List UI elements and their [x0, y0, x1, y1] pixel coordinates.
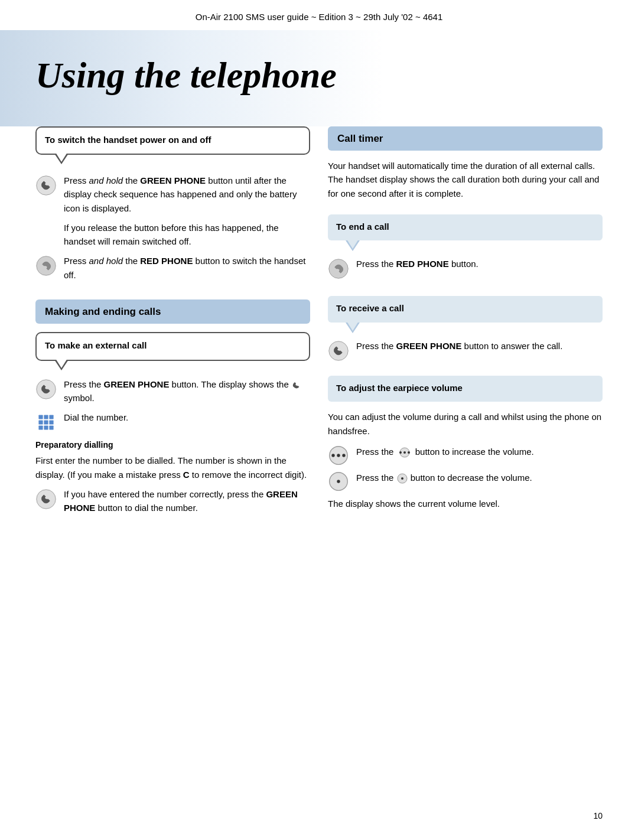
decrease-volume-row: Press the button to decrease the volume.: [328, 471, 603, 492]
page-header: On-Air 2100 SMS user guide ~ Edition 3 ~…: [0, 0, 638, 30]
external-call-instructions: Press the GREEN PHONE button. The displa…: [35, 377, 310, 515]
end-call-box: To end a call: [328, 214, 603, 241]
end-call-row: Press the RED PHONE button.: [328, 257, 603, 279]
svg-rect-11: [49, 426, 53, 430]
power-box-title: To switch the handset power on and off: [45, 134, 301, 147]
green-phone-icon-dial: [35, 489, 57, 510]
svg-rect-6: [38, 421, 43, 425]
power-instruction-1-row: Press and hold the GREEN PHONE button un…: [35, 174, 310, 215]
svg-point-17: [337, 454, 340, 457]
end-call-text: Press the RED PHONE button.: [356, 257, 479, 271]
increase-volume-row: Press the button to increase the volume.: [328, 445, 603, 466]
left-column: To switch the handset power on and off P…: [35, 126, 310, 521]
power-instruction-3-row: Press and hold the RED PHONE button to s…: [35, 254, 310, 282]
prep-dialling-label: Preparatory dialling: [35, 439, 310, 451]
svg-rect-3: [38, 415, 43, 419]
increase-volume-text: Press the button to increase the volume.: [356, 445, 534, 458]
red-phone-icon-end: [328, 258, 349, 279]
green-phone-icon: [35, 175, 57, 196]
prep-dialling-text: First enter the number to be dialled. Th…: [35, 454, 310, 481]
svg-rect-8: [49, 421, 53, 425]
ext-call-row-1: Press the GREEN PHONE button. The displa…: [35, 377, 310, 405]
svg-point-18: [342, 454, 345, 457]
end-call-section: To end a call Press the RED PHONE button…: [328, 214, 603, 280]
prep-dialling-block: Preparatory dialling First enter the num…: [35, 439, 310, 481]
svg-point-22: [408, 451, 410, 454]
call-timer-section: Call timer Your handset will automatical…: [328, 126, 603, 200]
external-call-title: To make an external call: [45, 339, 301, 353]
making-calls-section: Making and ending calls To make an exter…: [35, 299, 310, 515]
external-call-box: To make an external call: [35, 332, 310, 361]
svg-rect-5: [49, 415, 53, 419]
adjust-volume-title: To adjust the earpiece volume: [336, 382, 594, 395]
end-call-title: To end a call: [336, 220, 594, 234]
svg-point-20: [399, 451, 402, 454]
volume-display-text: The display shows the current volume lev…: [328, 497, 603, 510]
making-calls-header: Making and ending calls: [35, 299, 310, 324]
adjust-volume-intro: You can adjust the volume during a call …: [328, 410, 603, 438]
end-call-arrow-inner: [347, 239, 359, 249]
receive-call-row: Press the GREEN PHONE button to answer t…: [328, 339, 603, 362]
ext-call-text-2: Dial the number.: [64, 411, 128, 424]
ext-call-text-1: Press the GREEN PHONE button. The displa…: [64, 377, 310, 405]
receive-call-text: Press the GREEN PHONE button to answer t…: [356, 339, 562, 353]
svg-point-26: [401, 477, 403, 480]
adjust-volume-section: To adjust the earpiece volume You can ad…: [328, 376, 603, 510]
svg-rect-9: [38, 426, 43, 430]
svg-rect-7: [44, 421, 48, 425]
receive-call-arrow-inner: [347, 321, 359, 331]
ext-call-arrow-inner: [56, 359, 67, 368]
adjust-volume-box: To adjust the earpiece volume: [328, 376, 603, 402]
green-phone-icon-ext: [35, 379, 57, 400]
svg-rect-4: [44, 415, 48, 419]
volume-down-icon: [328, 471, 349, 492]
keypad-icon: [35, 412, 57, 433]
svg-point-16: [331, 454, 334, 457]
power-text-2: If you release the button before this ha…: [64, 221, 310, 249]
svg-point-21: [403, 451, 406, 454]
ext-call-row-2: Dial the number.: [35, 411, 310, 433]
decrease-volume-text: Press the button to decrease the volume.: [356, 471, 532, 484]
receive-call-section: To receive a call Press the GREEN PHONE …: [328, 296, 603, 362]
green-phone-icon-receive: [328, 340, 349, 362]
call-timer-text: Your handset will automatically time the…: [328, 159, 603, 200]
box-arrow-inner: [56, 152, 67, 162]
receive-call-title: To receive a call: [336, 302, 594, 315]
power-text-3: Press and hold the RED PHONE button to s…: [64, 254, 310, 282]
receive-call-box: To receive a call: [328, 296, 603, 323]
page-title: Using the telephone: [0, 30, 638, 126]
page-number: 10: [593, 810, 603, 822]
content-area: To switch the handset power on and off P…: [0, 126, 638, 521]
ext-call-text-3: If you have entered the number correctly…: [64, 487, 310, 515]
volume-up-icon: [328, 445, 349, 466]
dot-less-inline-icon: [396, 473, 408, 484]
right-column: Call timer Your handset will automatical…: [328, 126, 603, 521]
svg-point-24: [337, 480, 340, 483]
power-box: To switch the handset power on and off: [35, 126, 310, 155]
red-phone-icon-power: [35, 255, 57, 276]
power-text-1: Press and hold the GREEN PHONE button un…: [64, 174, 310, 215]
ext-call-row-3: If you have entered the number correctly…: [35, 487, 310, 515]
dots-more-inline-icon: [396, 447, 413, 458]
small-phone-symbol: [291, 380, 303, 390]
header-text: On-Air 2100 SMS user guide ~ Edition 3 ~…: [196, 12, 443, 22]
svg-rect-10: [44, 426, 48, 430]
call-timer-header: Call timer: [328, 126, 603, 151]
